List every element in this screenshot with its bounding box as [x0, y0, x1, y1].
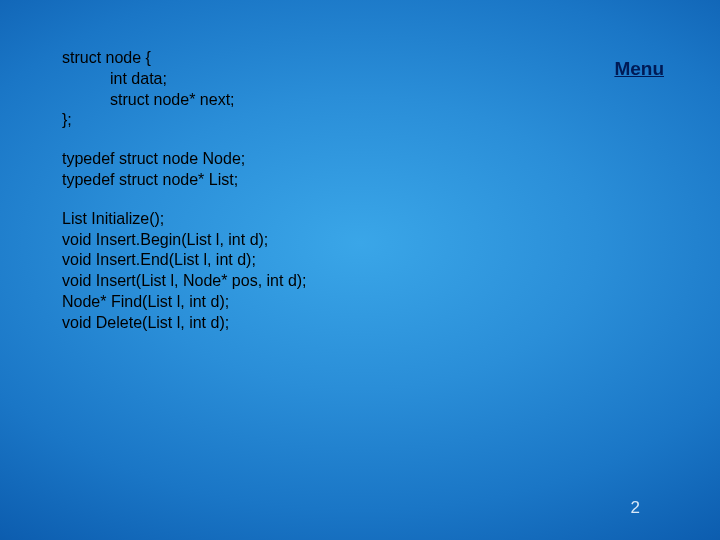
struct-block: struct node { int data; struct node* nex…: [62, 48, 307, 131]
code-line: struct node* next;: [62, 90, 307, 111]
code-line: Node* Find(List l, int d);: [62, 292, 307, 313]
code-content: struct node { int data; struct node* nex…: [62, 48, 307, 352]
code-line: struct node {: [62, 48, 307, 69]
functions-block: List Initialize(); void Insert.Begin(Lis…: [62, 209, 307, 334]
code-line: void Insert(List l, Node* pos, int d);: [62, 271, 307, 292]
code-line: void Delete(List l, int d);: [62, 313, 307, 334]
code-line: };: [62, 110, 307, 131]
code-line: void Insert.Begin(List l, int d);: [62, 230, 307, 251]
code-line: typedef struct node Node;: [62, 149, 307, 170]
code-line: List Initialize();: [62, 209, 307, 230]
page-number: 2: [631, 498, 640, 518]
code-line: typedef struct node* List;: [62, 170, 307, 191]
code-line: int data;: [62, 69, 307, 90]
typedef-block: typedef struct node Node; typedef struct…: [62, 149, 307, 191]
menu-link[interactable]: Menu: [614, 58, 664, 80]
code-line: void Insert.End(List l, int d);: [62, 250, 307, 271]
